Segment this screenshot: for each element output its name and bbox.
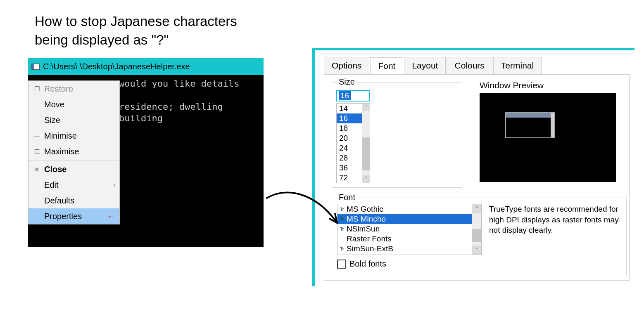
menu-defaults[interactable]: Defaults [29, 193, 119, 208]
scroll-up-icon[interactable]: ˄ [362, 104, 370, 111]
menu-restore: ❐ Restore [29, 81, 119, 97]
tab-bar: Options Font Layout Colours Terminal [324, 57, 634, 74]
menu-size[interactable]: Size [29, 112, 119, 128]
font-option[interactable]: Tr NSimSun [337, 224, 481, 234]
truetype-icon: Tr [339, 217, 345, 222]
font-label: Font [336, 193, 358, 202]
menu-properties[interactable]: Properties ← [29, 208, 119, 224]
menu-close[interactable]: ✕ Close [29, 161, 119, 177]
chevron-right-icon: › [113, 182, 115, 188]
font-group: Font Tr MS Gothic Tr MS Mincho Tr NSimSu… [332, 198, 627, 275]
truetype-icon: Tr [339, 246, 345, 252]
size-group: Size 16 14 16 18 20 24 28 36 72 ˄ ˅ [332, 82, 462, 188]
minimise-icon: — [32, 133, 42, 139]
font-listbox[interactable]: Tr MS Gothic Tr MS Mincho Tr NSimSun Ras… [337, 204, 482, 255]
preview-label: Window Preview [480, 80, 544, 90]
console-text: residence; dwelling [119, 102, 223, 112]
tab-font[interactable]: Font [370, 57, 403, 75]
tab-layout[interactable]: Layout [404, 57, 446, 74]
console-text: would you like details [119, 78, 239, 89]
console-title: C:\Users\ \Desktop\JapaneseHelper.exe [43, 62, 190, 71]
tab-options[interactable]: Options [324, 57, 369, 74]
window-preview [480, 93, 616, 182]
scrollbar[interactable]: ˄ ˅ [472, 204, 481, 255]
properties-dialog: Options Font Layout Colours Terminal Siz… [312, 48, 634, 286]
truetype-icon: Tr [339, 227, 345, 232]
size-listbox[interactable]: 14 16 18 20 24 28 36 72 ˄ ˅ [336, 103, 370, 183]
scroll-down-icon[interactable]: ˅ [362, 175, 370, 183]
size-input[interactable]: 16 [336, 90, 370, 102]
font-option[interactable]: Tr MS Mincho [337, 214, 481, 224]
bold-fonts-checkbox[interactable]: Bold fonts [337, 259, 386, 269]
tab-terminal[interactable]: Terminal [493, 57, 542, 74]
tab-colours[interactable]: Colours [447, 57, 492, 74]
menu-edit[interactable]: Edit › [29, 177, 119, 193]
console-icon [31, 64, 40, 70]
system-menu: ❐ Restore Move Size — Minimise ☐ Maximis… [28, 80, 120, 224]
page-title: How to stop Japanese characters being di… [35, 12, 237, 49]
preview-window-icon [505, 112, 555, 138]
scroll-down-icon[interactable]: ˅ [472, 246, 481, 255]
size-label: Size [336, 77, 357, 87]
font-option[interactable]: Raster Fonts [337, 234, 481, 244]
annotation-arrow-icon: ← [107, 212, 115, 221]
maximise-icon: ☐ [32, 149, 42, 155]
font-note: TrueType fonts are recommended for high … [489, 204, 621, 236]
font-option[interactable]: Tr SimSun-ExtB [337, 244, 481, 254]
scroll-thumb[interactable] [472, 229, 481, 242]
restore-icon: ❐ [32, 86, 42, 92]
truetype-icon: Tr [339, 207, 345, 212]
checkbox-icon[interactable] [337, 260, 346, 269]
menu-maximise[interactable]: ☐ Maximise [29, 144, 119, 159]
close-icon: ✕ [32, 166, 42, 172]
menu-separator [29, 160, 119, 161]
menu-minimise[interactable]: — Minimise [29, 128, 119, 144]
console-titlebar[interactable]: C:\Users\ \Desktop\JapaneseHelper.exe [28, 58, 264, 75]
menu-move[interactable]: Move [29, 97, 119, 112]
scroll-thumb[interactable] [362, 137, 370, 170]
font-option[interactable]: Tr MS Gothic [337, 204, 481, 214]
tab-panel-font: Size 16 14 16 18 20 24 28 36 72 ˄ ˅ Wind… [324, 74, 630, 281]
scrollbar[interactable]: ˄ ˅ [362, 104, 370, 183]
console-text: building [119, 113, 163, 123]
scroll-up-icon[interactable]: ˄ [472, 204, 481, 213]
